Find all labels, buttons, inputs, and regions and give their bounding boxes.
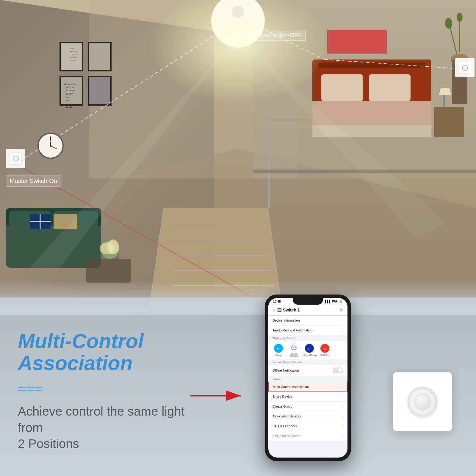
phone-nav-title: Switch 1 — [283, 308, 340, 312]
phone-time: 10:48 — [273, 300, 281, 303]
menu-item-create-group[interactable]: Create Group › — [268, 402, 347, 411]
smartthings-icon: ST — [305, 344, 314, 353]
svg-point-67 — [445, 18, 452, 29]
svg-rect-46 — [89, 77, 110, 104]
chevron-icon: › — [342, 328, 343, 332]
phone-edit-button[interactable]: ✎ — [340, 308, 343, 312]
wave-decoration: ≈≈≈ — [18, 380, 196, 397]
room-interior-svg: ABCD EFGHIJK LMNOP QRSTUV WXYZ Wandermar… — [0, 0, 476, 312]
svg-text:XD: XD — [323, 347, 326, 350]
chevron-icon: › — [342, 414, 343, 418]
xiaodu-icon: XD — [320, 344, 329, 353]
svg-text:WXYZ: WXYZ — [71, 60, 76, 61]
svg-text:EFGHIJK: EFGHIJK — [70, 51, 78, 52]
phone-mockup: 10:48 ▌▌▌ WiFi 🔋 ‹ 🔲 Switch 1 ✎ Device I… — [265, 295, 351, 461]
smart-switch-inner-circle — [414, 393, 431, 411]
menu-item-multi-control[interactable]: Multi-Control Association › — [268, 382, 347, 392]
svg-rect-20 — [434, 107, 464, 137]
svg-rect-19 — [318, 62, 425, 68]
svg-text:Dude: Dude — [66, 106, 72, 109]
phone-device-icon: 🔲 — [277, 308, 282, 312]
svg-text:REVIEW: REVIEW — [65, 93, 73, 95]
master-switch-label: Master Switch-On — [6, 176, 61, 187]
svg-rect-16 — [321, 74, 363, 101]
description-text: Achieve control the same light from 2 Po… — [18, 403, 196, 452]
chevron-icon: › — [342, 424, 343, 428]
menu-item-device-info[interactable]: Device Information › — [268, 316, 347, 325]
svg-text:ALPS.id: ALPS.id — [66, 86, 73, 88]
master-switch-box — [6, 149, 25, 168]
red-arrow-svg — [187, 384, 247, 408]
section-header-others: Others — [268, 376, 347, 382]
section-header-third-party: Third-party Control — [268, 335, 347, 341]
phone-back-button[interactable]: ‹ — [273, 307, 275, 313]
chevron-icon: › — [342, 404, 343, 408]
alexa-item[interactable]: A Alexa — [273, 344, 284, 356]
svg-text:CO HOME: CO HOME — [65, 90, 75, 92]
svg-text:ST: ST — [307, 347, 311, 350]
chevron-icon: › — [342, 385, 343, 389]
svg-point-85 — [293, 347, 295, 348]
svg-point-63 — [107, 239, 119, 254]
chevron-icon: › — [342, 394, 343, 399]
toggle-switch[interactable] — [333, 367, 343, 373]
svg-text:A: A — [277, 347, 279, 350]
third-party-grid: A Alexa Google Assistant — [268, 341, 347, 359]
phone-body: 10:48 ▌▌▌ WiFi 🔋 ‹ 🔲 Switch 1 ✎ Device I… — [265, 295, 351, 461]
room-background: ABCD EFGHIJK LMNOP QRSTUV WXYZ Wandermar… — [0, 0, 476, 312]
offline-notification-toggle[interactable]: Offline Notification — [268, 365, 347, 376]
google-icon — [289, 343, 298, 352]
svg-marker-2 — [149, 208, 283, 312]
svg-rect-37 — [89, 43, 110, 70]
svg-rect-21 — [443, 95, 445, 107]
phone-notch — [293, 298, 323, 305]
google-assistant-item[interactable]: Google Assistant — [288, 343, 300, 357]
svg-marker-22 — [439, 88, 451, 95]
bottom-section: Multi-Control Association ≈≈≈ Achieve co… — [0, 298, 476, 476]
svg-text:ABCD: ABCD — [70, 48, 75, 49]
menu-item-associated-devices[interactable]: Associated Devices › — [268, 411, 347, 421]
xiaodu-item[interactable]: XD XIAODU — [319, 344, 331, 356]
main-heading: Multi-Control Association — [18, 330, 196, 375]
phone-nav-bar[interactable]: ‹ 🔲 Switch 1 ✎ — [268, 304, 347, 316]
info-text-area: Multi-Control Association ≈≈≈ Achieve co… — [18, 330, 196, 452]
menu-item-tap-run[interactable]: Tap-to-Run and Automation › — [268, 325, 347, 335]
svg-text:harmonize: harmonize — [63, 103, 72, 105]
chevron-icon: › — [342, 318, 343, 322]
svg-text:7980: 7980 — [65, 100, 70, 102]
menu-item-faq[interactable]: FAQ & Feedback › — [268, 421, 347, 431]
smart-switch-circle — [408, 387, 437, 416]
svg-point-69 — [457, 13, 463, 22]
slave-switch-box — [455, 58, 475, 77]
svg-text:Wandermark: Wandermark — [64, 83, 76, 85]
alexa-icon: A — [274, 344, 283, 353]
svg-rect-24 — [330, 32, 384, 51]
phone-screen: 10:48 ▌▌▌ WiFi 🔋 ‹ 🔲 Switch 1 ✎ Device I… — [268, 298, 347, 458]
phone-signal-icons: ▌▌▌ WiFi 🔋 — [325, 300, 343, 303]
menu-item-share-device[interactable]: Share Device › — [268, 392, 347, 402]
menu-item-add-home[interactable]: Add to Home Screen › — [268, 431, 347, 441]
chevron-icon: › — [342, 434, 343, 438]
svg-rect-17 — [369, 74, 411, 101]
section-header-notification: Device Offline Notification — [268, 359, 347, 365]
smartthings-item[interactable]: ST SmartThings — [303, 344, 315, 356]
smart-switch-physical-device — [393, 372, 452, 431]
svg-text:QRSTUV: QRSTUV — [70, 57, 78, 58]
svg-text:LMNOP: LMNOP — [71, 54, 77, 55]
slave-switch-label: Slave Switch-OFF — [250, 30, 306, 41]
svg-text:ideas: ideas — [65, 96, 71, 98]
